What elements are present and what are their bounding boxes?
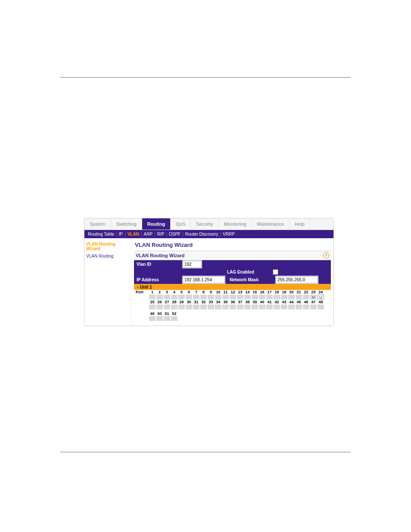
unit-row[interactable]: - Unit 1: [134, 284, 331, 290]
port-box[interactable]: [171, 305, 177, 309]
port-num: 40: [258, 300, 266, 304]
port-box[interactable]: [193, 305, 199, 309]
label-network-mask: Network Mask: [225, 276, 275, 284]
checkbox-lag-enabled[interactable]: [273, 269, 278, 275]
port-box[interactable]: [164, 295, 170, 299]
port-box[interactable]: [222, 305, 229, 309]
port-box[interactable]: [193, 295, 199, 299]
port-box[interactable]: [266, 295, 273, 299]
port-box[interactable]: [310, 305, 317, 309]
input-vlan-id[interactable]: [183, 261, 202, 268]
port-box[interactable]: [230, 305, 236, 309]
port-box[interactable]: [156, 305, 163, 309]
port-box[interactable]: [178, 295, 185, 299]
port-box[interactable]: [274, 305, 280, 309]
port-num: 16: [258, 290, 266, 294]
unit-label: Unit 1: [140, 285, 152, 289]
port-box[interactable]: [149, 295, 156, 299]
panel-title: VLAN Routing Wizard: [136, 253, 185, 258]
input-network-mask[interactable]: [276, 276, 318, 283]
panel-header: VLAN Routing Wizard ?: [134, 251, 331, 260]
subnav-router-discovery[interactable]: Router Discovery: [185, 232, 218, 236]
port-box[interactable]: [208, 295, 214, 299]
port-box[interactable]: [303, 305, 309, 309]
port-box[interactable]: [288, 305, 295, 309]
port-box-24[interactable]: U: [318, 295, 324, 299]
port-box[interactable]: [186, 295, 192, 299]
port-row1-labels: Port 1 2 3 4 5 6 7 8 9 10 11 12: [134, 290, 331, 294]
input-wrap-mask: [275, 276, 318, 284]
app-window: System Switching Routing QoS Security Mo…: [84, 218, 334, 326]
port-num: 4: [171, 290, 178, 294]
subnav-rip[interactable]: RIP: [157, 232, 165, 236]
port-box[interactable]: [281, 295, 287, 299]
port-box[interactable]: [288, 295, 295, 299]
collapse-icon[interactable]: -: [136, 285, 140, 289]
subnav-vrrp[interactable]: VRRP: [223, 232, 235, 236]
port-box[interactable]: [252, 305, 258, 309]
port-num: 49: [149, 311, 156, 316]
port-box[interactable]: [178, 305, 185, 309]
port-box[interactable]: [296, 295, 302, 299]
port-box[interactable]: [156, 295, 163, 299]
tab-system[interactable]: System: [84, 218, 111, 230]
tab-routing[interactable]: Routing: [142, 218, 171, 230]
port-box[interactable]: [149, 305, 156, 309]
port-box[interactable]: [171, 295, 177, 299]
tab-security[interactable]: Security: [191, 218, 219, 230]
subnav-arp[interactable]: ARP: [144, 232, 153, 236]
port-box[interactable]: [156, 316, 163, 321]
port-num: 19: [280, 290, 288, 294]
port-box[interactable]: [244, 305, 251, 309]
port-box[interactable]: [200, 295, 207, 299]
port-box[interactable]: [244, 295, 251, 299]
port-num: 25: [149, 300, 156, 304]
port-box[interactable]: [171, 316, 177, 321]
row-vlan-id: Vlan ID: [134, 260, 331, 268]
port-box[interactable]: [164, 305, 170, 309]
port-box[interactable]: [303, 295, 309, 299]
port-num: 12: [229, 290, 237, 294]
tab-switching[interactable]: Switching: [111, 218, 142, 230]
port-box[interactable]: [215, 305, 221, 309]
row-lag-enabled: LAG Enabled: [134, 268, 331, 276]
main-tab-bar: System Switching Routing QoS Security Mo…: [84, 218, 333, 230]
port-box[interactable]: [266, 305, 273, 309]
port-box[interactable]: [186, 305, 192, 309]
port-box[interactable]: [230, 295, 236, 299]
tab-qos[interactable]: QoS: [171, 218, 191, 230]
port-num: 17: [266, 290, 273, 294]
port-box[interactable]: [237, 305, 243, 309]
help-icon[interactable]: ?: [323, 252, 329, 258]
port-box[interactable]: [215, 295, 221, 299]
subnav-sep: |: [154, 232, 156, 236]
port-box[interactable]: [200, 305, 207, 309]
port-box[interactable]: [318, 305, 324, 309]
port-num: 26: [156, 300, 163, 304]
input-ip-address[interactable]: [183, 276, 225, 283]
tab-maintenance[interactable]: Maintenance: [252, 218, 290, 230]
port-box[interactable]: [259, 295, 265, 299]
port-box[interactable]: [237, 295, 243, 299]
port-box[interactable]: [149, 316, 156, 321]
port-box[interactable]: [274, 295, 280, 299]
port-box[interactable]: [259, 305, 265, 309]
port-num: 48: [317, 300, 324, 304]
port-box[interactable]: [296, 305, 302, 309]
subnav-vlan[interactable]: VLAN: [128, 232, 139, 236]
port-box[interactable]: [252, 295, 258, 299]
port-box[interactable]: [164, 316, 170, 321]
tab-help[interactable]: Help: [290, 218, 310, 230]
subnav-ip[interactable]: IP: [119, 232, 123, 236]
sidebar-vlan-routing[interactable]: VLAN Routing: [86, 254, 129, 258]
subnav-sep: |: [166, 232, 167, 236]
port-box[interactable]: [208, 305, 214, 309]
port-num: 23: [310, 290, 317, 294]
port-box[interactable]: [281, 305, 287, 309]
port-box[interactable]: [222, 295, 229, 299]
tab-monitoring[interactable]: Monitoring: [219, 218, 252, 230]
subnav-routing-table[interactable]: Routing Table: [88, 232, 114, 236]
port-box-23[interactable]: U: [310, 295, 317, 299]
subnav-ospf[interactable]: OSPF: [169, 232, 181, 236]
sidebar-vlan-routing-wizard[interactable]: VLAN Routing Wizard: [86, 242, 129, 251]
